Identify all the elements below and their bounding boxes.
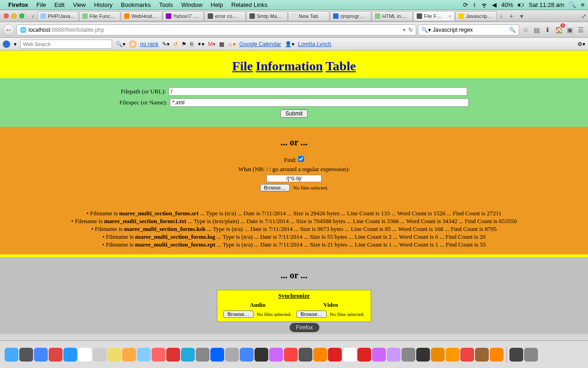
tab-0[interactable]: PHP/Java…: [37, 11, 79, 21]
tab-scroll-right[interactable]: ›: [497, 12, 505, 20]
dock-app-26[interactable]: [387, 348, 401, 362]
dock-app-32[interactable]: [475, 348, 489, 362]
dock-app-27[interactable]: [401, 348, 415, 362]
filepath-input[interactable]: [169, 87, 467, 96]
highlighter-icon[interactable]: ✎▾: [162, 41, 170, 47]
tab-10[interactable]: Javascrip…: [455, 11, 497, 21]
dock-app-4[interactable]: [63, 348, 77, 362]
browse-audio-button[interactable]: Browse…: [223, 310, 254, 318]
filespec-input[interactable]: [170, 98, 469, 107]
gmail-icon[interactable]: M▾: [208, 41, 215, 47]
rank-link[interactable]: no rank: [140, 41, 158, 47]
tab-6[interactable]: New Tab: [288, 11, 329, 21]
minimize-window-icon[interactable]: [11, 13, 17, 18]
tab-overflow-icon[interactable]: ▾: [517, 12, 526, 20]
dock-app-21[interactable]: [313, 348, 327, 362]
find-checkbox[interactable]: [298, 156, 304, 162]
menu-window[interactable]: Window: [181, 1, 203, 8]
home-icon[interactable]: 🏠: [554, 25, 563, 34]
dock-app-6[interactable]: [93, 348, 107, 362]
dock-app-12[interactable]: [181, 348, 195, 362]
title-link-table[interactable]: Table: [326, 59, 356, 73]
gcal-link[interactable]: Google Calendar: [239, 41, 281, 47]
dock-app-17[interactable]: [254, 348, 268, 362]
clock[interactable]: Sat 11:28 am: [529, 1, 564, 8]
zoom-window-icon[interactable]: [19, 13, 24, 18]
tab-scroll-left[interactable]: ‹: [29, 12, 37, 20]
dock-app-11[interactable]: [166, 348, 180, 362]
fullscreen-icon[interactable]: ⤢: [580, 12, 588, 20]
dock-app-15[interactable]: [225, 348, 239, 362]
submit-button[interactable]: Submit: [280, 109, 307, 118]
dock-app-13[interactable]: [196, 348, 209, 362]
tab-3[interactable]: Yahoo!7 …: [163, 11, 204, 21]
menu-tools[interactable]: Tools: [159, 1, 173, 8]
tab-4[interactable]: error co…: [204, 11, 246, 21]
reload-icon[interactable]: ↻: [408, 27, 413, 33]
web-search-input[interactable]: [20, 40, 112, 49]
dock-app-18[interactable]: [269, 348, 283, 362]
menu-help[interactable]: Help: [211, 1, 223, 8]
dock-app-30[interactable]: [446, 348, 459, 362]
menu-view[interactable]: View: [73, 1, 86, 8]
web-search-go[interactable]: 🔍▾: [116, 41, 125, 47]
flag-icon[interactable]: ⚑: [181, 41, 187, 47]
title-link-file[interactable]: File: [232, 59, 253, 73]
flame-icon[interactable]: ♨▾: [228, 41, 236, 47]
dock-app-33[interactable]: [490, 348, 503, 362]
dock-app-29[interactable]: [431, 348, 445, 362]
sync-icon[interactable]: ⟳: [463, 1, 468, 8]
menu-history[interactable]: History: [94, 1, 113, 8]
dock-app-0[interactable]: [5, 348, 18, 362]
person-icon[interactable]: 👤▾: [285, 41, 294, 47]
tab-5[interactable]: Smtp Ma…: [246, 11, 288, 21]
url-input[interactable]: 🌐 localhost:8888/fileinfotable.php ▾ ↻: [17, 24, 416, 35]
window-controls[interactable]: [4, 13, 24, 18]
feed-icon[interactable]: ▣: [565, 25, 574, 34]
menu-app[interactable]: Firefox: [8, 1, 28, 8]
bookmark-star-icon[interactable]: ☆: [521, 25, 530, 34]
search-engine-icon[interactable]: 🔍▾: [421, 27, 431, 33]
sparkle-icon[interactable]: ✦▾: [197, 41, 204, 47]
dock-app-22[interactable]: [328, 348, 342, 362]
cal-day-icon[interactable]: ▦: [219, 41, 224, 47]
dock-app-7[interactable]: [107, 348, 121, 362]
tab-7[interactable]: rjmprogr…: [330, 11, 371, 21]
spotlight-icon[interactable]: 🔍: [569, 1, 576, 8]
tab-2[interactable]: WebHost…: [121, 11, 162, 21]
dock-app-3[interactable]: [49, 348, 62, 362]
new-tab-button[interactable]: +: [507, 12, 515, 20]
menu-file[interactable]: File: [36, 1, 46, 8]
alexa-dropdown[interactable]: ▾: [14, 41, 17, 47]
regex-input[interactable]: [266, 175, 322, 182]
gear-icon[interactable]: ⚙▾: [577, 41, 585, 47]
dock-app-5[interactable]: [78, 348, 92, 362]
hamburger-icon[interactable]: ☰: [576, 25, 585, 34]
dock-app-31[interactable]: [460, 348, 474, 362]
downloads-icon[interactable]: ⬇: [543, 25, 552, 34]
battery-icon[interactable]: [518, 2, 524, 8]
dock-app-23[interactable]: [343, 348, 356, 362]
tab-close-icon[interactable]: ×: [449, 13, 452, 19]
close-window-icon[interactable]: [4, 13, 9, 18]
dock[interactable]: // placeholder — dock items generated be…: [0, 340, 588, 368]
news-link[interactable]: Loretta Lynch: [298, 41, 331, 47]
search-go-icon[interactable]: 🔍: [509, 27, 516, 33]
dock-app-16[interactable]: [240, 348, 254, 362]
dock-app-24[interactable]: [357, 348, 371, 362]
tab-9[interactable]: File F…×: [413, 11, 455, 21]
dock-app-14[interactable]: [210, 348, 224, 362]
menu-extras-icon[interactable]: ≡: [581, 1, 584, 8]
browse-button-find[interactable]: Browse…: [260, 184, 290, 191]
wayback-icon[interactable]: ↺: [173, 41, 178, 47]
browse-video-button[interactable]: Browse…: [296, 310, 327, 318]
dock-app-34[interactable]: [509, 348, 523, 362]
menu-edit[interactable]: Edit: [54, 1, 64, 8]
bluetooth-icon[interactable]: ᚼ: [473, 1, 476, 8]
dock-app-25[interactable]: [372, 348, 386, 362]
copy-icon[interactable]: ⎘: [190, 41, 193, 47]
menu-related[interactable]: Related Links: [232, 1, 268, 8]
dock-app-10[interactable]: [152, 348, 165, 362]
dock-app-28[interactable]: [416, 348, 430, 362]
dock-app-1[interactable]: [19, 348, 33, 362]
